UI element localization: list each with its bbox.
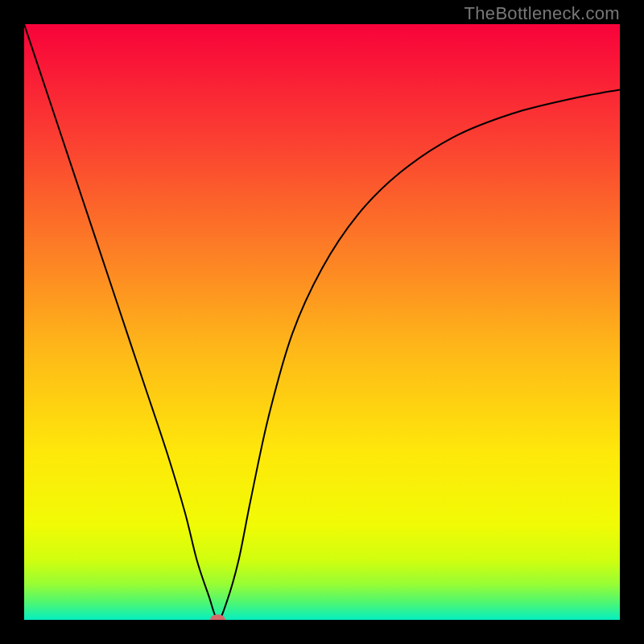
watermark-text: TheBottleneck.com	[464, 3, 620, 24]
bottleneck-curve	[24, 24, 620, 620]
min-point-marker	[210, 614, 225, 620]
plot-area	[24, 24, 620, 620]
curve-layer	[24, 24, 620, 620]
chart-container: TheBottleneck.com	[0, 0, 644, 644]
